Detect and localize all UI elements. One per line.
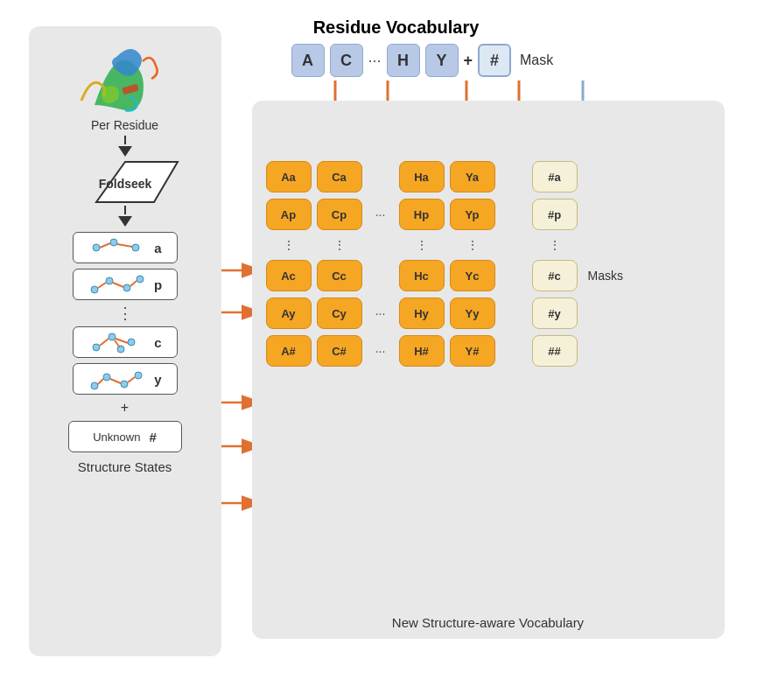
vdots-row: ⋮ ⋮ ⋮ ⋮ ⋮ [266, 236, 711, 254]
token-row-y: Ay Cy ··· Hy Yy #y [266, 298, 711, 329]
vocab-token-mask: # [478, 44, 511, 77]
token-Yc: Yc [450, 260, 495, 291]
svg-line-37 [116, 339, 128, 343]
state-row-unknown: Unknown # [38, 421, 213, 452]
svg-point-28 [137, 276, 144, 283]
token-Cc: Cc [317, 260, 362, 291]
token-grid: Aa Ca Ha Ya #a Ap Cp ··· Hp Yp #p ⋮ [266, 161, 711, 367]
state-label-a: a [154, 241, 161, 256]
token-hash-p: #p [532, 199, 578, 230]
vocab-dots-1: ··· [368, 52, 382, 70]
state-label-c: c [154, 335, 161, 350]
token-hash-a: #a [532, 161, 578, 192]
mol-diagram-c [88, 330, 149, 354]
state-label-y: y [154, 372, 161, 387]
svg-point-40 [103, 374, 110, 381]
state-row-c: c [38, 326, 213, 358]
svg-line-44 [110, 379, 121, 383]
state-box-p: p [73, 269, 178, 300]
svg-line-45 [128, 377, 135, 382]
plus-sign: + [121, 400, 129, 416]
svg-line-36 [100, 339, 109, 346]
structure-states-label: Structure States [78, 459, 172, 474]
mol-diagram-a [88, 235, 149, 260]
svg-line-24 [117, 244, 132, 247]
state-box-y: y [73, 363, 178, 395]
vdots-col2: ⋮ [317, 238, 362, 252]
svg-point-25 [91, 286, 98, 293]
mol-diagram-p [88, 272, 149, 297]
token-Chash: C# [317, 335, 362, 367]
token-Ahash: A# [266, 335, 312, 367]
mask-label: Mask [520, 52, 553, 68]
svg-point-21 [110, 239, 117, 246]
svg-point-42 [135, 372, 142, 379]
vocab-token-Y: Y [425, 44, 459, 77]
vdots-col5: ⋮ [450, 238, 495, 252]
vocab-token-C: C [330, 44, 363, 77]
vocab-plus: + [464, 52, 473, 70]
svg-point-32 [93, 344, 100, 351]
token-Hp: Hp [399, 199, 445, 230]
masks-label: Masks [588, 269, 623, 283]
token-Yhash: Y# [450, 335, 495, 367]
svg-line-29 [98, 283, 106, 288]
svg-line-43 [98, 379, 103, 384]
right-panel: Aa Ca Ha Ya #a Ap Cp ··· Hp Yp #p ⋮ [252, 101, 725, 639]
token-Hy: Hy [399, 298, 445, 329]
state-box-a: a [73, 232, 178, 263]
vdots-states: ⋮ [117, 305, 133, 321]
token-Ha: Ha [399, 161, 445, 192]
token-Cp: Cp [317, 199, 362, 230]
left-panel: Per Residue Foldseek [29, 26, 221, 656]
token-Yp: Yp [450, 199, 495, 230]
main-container: Residue Vocabulary A C ··· H Y + # Mask [20, 18, 738, 682]
svg-point-26 [106, 277, 113, 284]
svg-point-34 [128, 339, 135, 346]
svg-text:Foldseek: Foldseek [98, 177, 151, 191]
token-Cy: Cy [317, 298, 362, 329]
svg-line-23 [100, 243, 110, 248]
unknown-box: Unknown # [68, 421, 182, 452]
protein-structure-image [68, 35, 182, 118]
residue-vocab-title: Residue Vocabulary [313, 18, 480, 38]
vocab-token-H: H [387, 44, 420, 77]
token-Ay: Ay [266, 298, 312, 329]
token-Hhash: H# [399, 335, 445, 367]
vdots-col4: ⋮ [399, 238, 445, 252]
foldseek-box: Foldseek [68, 160, 182, 204]
svg-point-33 [109, 333, 116, 340]
dots-hash: ··· [368, 344, 394, 358]
token-Aa: Aa [266, 161, 312, 192]
token-Ya: Ya [450, 161, 495, 192]
vocab-row: A C ··· H Y + # Mask [291, 44, 554, 77]
svg-point-39 [91, 382, 98, 389]
token-Ac: Ac [266, 260, 312, 291]
mol-diagram-y [88, 367, 149, 391]
unknown-label: Unknown [93, 430, 140, 444]
token-Ca: Ca [317, 161, 362, 192]
state-row-y: y [38, 363, 213, 395]
state-row-p: p [38, 269, 213, 300]
svg-point-20 [93, 244, 100, 251]
svg-point-27 [123, 284, 130, 291]
per-residue-label: Per Residue [91, 118, 158, 132]
svg-point-22 [132, 244, 139, 251]
token-row-p: Ap Cp ··· Hp Yp #p [266, 199, 711, 230]
svg-line-30 [113, 283, 123, 287]
vdots-col1: ⋮ [266, 238, 312, 252]
svg-line-31 [130, 281, 137, 286]
state-rows: a p ⋮ [38, 232, 213, 452]
token-row-a: Aa Ca Ha Ya #a [266, 161, 711, 192]
token-hash-y: #y [532, 298, 578, 329]
token-row-c: Ac Cc Hc Yc #c Masks [266, 260, 711, 291]
state-row-a: a [38, 232, 213, 263]
token-row-hash: A# C# ··· H# Y# ## [266, 335, 711, 367]
token-Hc: Hc [399, 260, 445, 291]
token-hash-c: #c [532, 260, 578, 291]
state-box-c: c [73, 326, 178, 358]
token-Yy: Yy [450, 298, 495, 329]
svg-line-38 [115, 340, 120, 347]
new-vocab-label: New Structure-aware Vocabulary [252, 615, 725, 630]
dots-p: ··· [368, 207, 394, 221]
